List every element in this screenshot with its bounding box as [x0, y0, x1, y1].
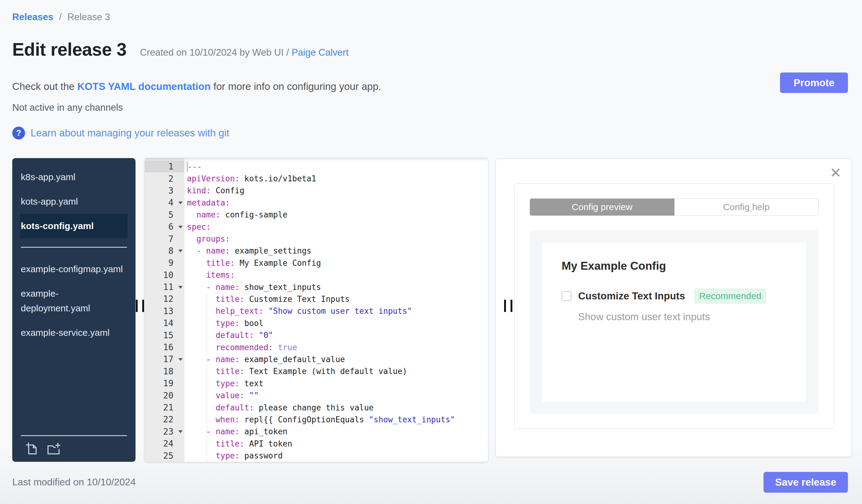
- code-line-15[interactable]: 15 default: "0": [145, 329, 488, 341]
- author-link[interactable]: Paige Calvert: [291, 47, 349, 58]
- breadcrumb-current: Release 3: [67, 12, 110, 22]
- code-line-6[interactable]: 6spec:: [145, 221, 488, 233]
- line-number: 23: [145, 426, 184, 438]
- code-line-13[interactable]: 13 help_text: "Show custom user text inp…: [145, 305, 488, 317]
- code-line-3[interactable]: 3kind: Config: [145, 185, 488, 197]
- close-icon[interactable]: ✕: [830, 166, 841, 180]
- code-line-12[interactable]: 12 title: Customize Text Inputs: [145, 293, 488, 305]
- sidebar-bottom: [12, 435, 135, 462]
- config-group-card: My Example Config Customize Text Inputs …: [542, 242, 806, 401]
- line-number: 22: [145, 413, 184, 425]
- code-line-10[interactable]: 10 items:: [145, 269, 488, 281]
- tab-config-help[interactable]: Config help: [675, 198, 819, 216]
- breadcrumb-releases-link[interactable]: Releases: [12, 12, 53, 22]
- docs-line-prefix: Check out the: [12, 81, 77, 92]
- config-item-label: Customize Text Inputs: [578, 290, 685, 302]
- file-list: k8s-app.yamlkots-app.yamlkots-config.yam…: [12, 165, 135, 345]
- code-line-9[interactable]: 9 title: My Example Config: [145, 257, 488, 269]
- code-line-23[interactable]: 23 - name: api_token: [145, 426, 488, 438]
- code-text: default: please change this value: [184, 403, 374, 412]
- code-line-1[interactable]: 1---: [145, 161, 488, 172]
- fold-arrow-icon[interactable]: [178, 250, 183, 252]
- line-number: 18: [145, 366, 184, 377]
- code-line-25[interactable]: 25 type: password: [145, 450, 488, 462]
- title-row: Edit release 3 Created on 10/10/2024 by …: [12, 39, 349, 60]
- code-line-19[interactable]: 19 type: text: [145, 377, 488, 389]
- code-line-20[interactable]: 20 value: "": [145, 389, 488, 401]
- code-text: title: Customize Text Inputs: [184, 294, 350, 304]
- sidebar-file-example-configmap.yaml[interactable]: example-configmap.yaml: [12, 257, 135, 281]
- code-line-4[interactable]: 4metadata:: [145, 197, 488, 209]
- code-line-7[interactable]: 7 groups:: [145, 233, 488, 245]
- code-text: title: API token: [184, 439, 292, 448]
- code-line-2[interactable]: 2apiVersion: kots.io/v1beta1: [145, 172, 488, 184]
- line-number: 21: [145, 401, 184, 413]
- breadcrumb-separator: /: [59, 12, 62, 22]
- file-sidebar: k8s-app.yamlkots-app.yamlkots-config.yam…: [12, 158, 135, 462]
- sidebar-file-k8s-app.yaml[interactable]: k8s-app.yaml: [12, 165, 135, 189]
- line-number: 16: [145, 341, 184, 353]
- code-line-18[interactable]: 18 title: Text Example (with default val…: [145, 366, 488, 377]
- sidebar-file-kots-config.yaml[interactable]: kots-config.yaml: [20, 214, 128, 238]
- code-line-11[interactable]: 11 - name: show_text_inputs: [145, 281, 488, 293]
- code-text: - name: api_token: [184, 427, 288, 436]
- fold-arrow-icon[interactable]: [178, 286, 183, 289]
- created-info: Created on 10/10/2024 by Web UI / Paige …: [140, 47, 349, 58]
- line-number: 14: [145, 317, 184, 329]
- code-line-14[interactable]: 14 type: bool: [145, 317, 488, 329]
- code-line-5[interactable]: 5 name: config-sample: [145, 209, 488, 221]
- code-text: title: Text Example (with default value): [184, 367, 407, 376]
- line-number: 20: [145, 389, 184, 401]
- fold-arrow-icon[interactable]: [178, 226, 183, 228]
- release-editor: k8s-app.yamlkots-app.yamlkots-config.yam…: [12, 158, 852, 462]
- code-text: type: password: [184, 451, 283, 460]
- docs-line-suffix: for more info on configuring your app.: [211, 81, 381, 92]
- git-help-row[interactable]: ? Learn about managing your releases wit…: [12, 127, 229, 140]
- channel-status-text: Not active in any channels: [12, 102, 123, 113]
- line-number: 4: [145, 197, 184, 209]
- kots-yaml-docs-link[interactable]: KOTS YAML documentation: [77, 81, 211, 92]
- fold-arrow-icon[interactable]: [178, 358, 183, 361]
- line-number: 24: [145, 438, 184, 450]
- code-text: metadata:: [184, 198, 230, 207]
- line-number: 5: [145, 209, 184, 221]
- code-text: type: bool: [184, 319, 263, 328]
- sidebar-resize-handle[interactable]: [136, 300, 144, 312]
- sidebar-file-example-deployment.yaml[interactable]: example-deployment.yaml: [12, 281, 135, 320]
- code-text: items:: [184, 270, 235, 279]
- new-file-icon[interactable]: [25, 441, 39, 456]
- code-text: spec:: [184, 222, 211, 231]
- new-folder-icon[interactable]: [45, 441, 62, 456]
- code-text: - name: example_settings: [184, 246, 311, 255]
- config-tab-bar: Config previewConfig help: [530, 198, 819, 216]
- tab-config-preview[interactable]: Config preview: [530, 198, 675, 216]
- code-line-8[interactable]: 8 - name: example_settings: [145, 245, 488, 257]
- fold-arrow-icon[interactable]: [178, 201, 183, 204]
- line-number: 10: [145, 269, 184, 281]
- fold-arrow-icon[interactable]: [178, 430, 183, 433]
- config-item-row: Customize Text Inputs Recommended: [562, 288, 787, 304]
- code-line-21[interactable]: 21 default: please change this value: [145, 401, 488, 413]
- config-preview-panel: ✕ Config previewConfig help My Example C…: [496, 159, 852, 457]
- line-number: 9: [145, 257, 184, 269]
- code-text: type: text: [184, 379, 263, 388]
- code-text: - name: show_text_inputs: [184, 282, 321, 292]
- customize-text-inputs-checkbox[interactable]: [562, 291, 571, 301]
- code-text: groups:: [184, 234, 230, 243]
- line-number: 12: [145, 293, 184, 305]
- line-number: 17: [145, 353, 184, 365]
- sidebar-file-kots-app.yaml[interactable]: kots-app.yaml: [12, 189, 135, 214]
- code-line-24[interactable]: 24 title: API token: [145, 438, 488, 450]
- save-release-button[interactable]: Save release: [763, 472, 848, 493]
- code-line-22[interactable]: 22 when: repl{{ ConfigOptionEquals "show…: [145, 413, 488, 425]
- code-line-16[interactable]: 16 recommended: true: [145, 341, 488, 353]
- code-text: when: repl{{ ConfigOptionEquals "show_te…: [184, 415, 455, 424]
- code-text: help_text: "Show custom user text inputs…: [184, 306, 412, 316]
- code-line-17[interactable]: 17 - name: example_default_value: [145, 353, 488, 365]
- promote-button[interactable]: Promote: [780, 72, 848, 93]
- git-releases-link[interactable]: Learn about managing your releases with …: [30, 127, 229, 139]
- recommended-badge: Recommended: [694, 288, 766, 304]
- preview-resize-handle[interactable]: [504, 300, 512, 312]
- sidebar-file-example-service.yaml[interactable]: example-service.yaml: [12, 320, 135, 345]
- yaml-editor[interactable]: 1---2apiVersion: kots.io/v1beta13kind: C…: [145, 158, 488, 462]
